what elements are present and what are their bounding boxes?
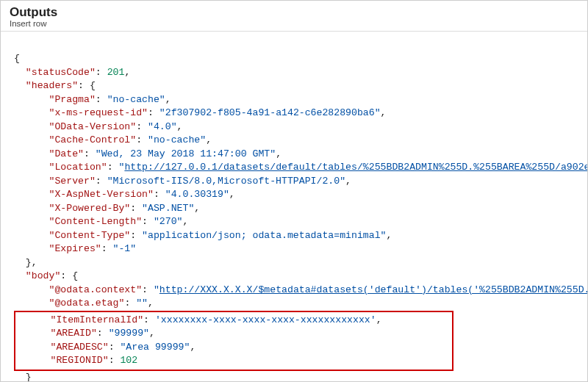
json-output: { "statusCode": 201, "headers": { "Pragm… [1, 32, 587, 382]
panel-subtitle: Insert row [10, 19, 578, 28]
highlight-box: "ItemInternalId": 'xxxxxxxx-xxxx-xxxx-xx… [14, 311, 453, 371]
location-link[interactable]: http://127.0.0.1/datasets/default/tables… [124, 162, 587, 173]
context-link[interactable]: http://XXX.X.X.X/$metadata#datasets('def… [159, 284, 587, 295]
panel-title: Outputs [10, 5, 578, 20]
panel-header: Outputs Insert row [1, 1, 587, 32]
